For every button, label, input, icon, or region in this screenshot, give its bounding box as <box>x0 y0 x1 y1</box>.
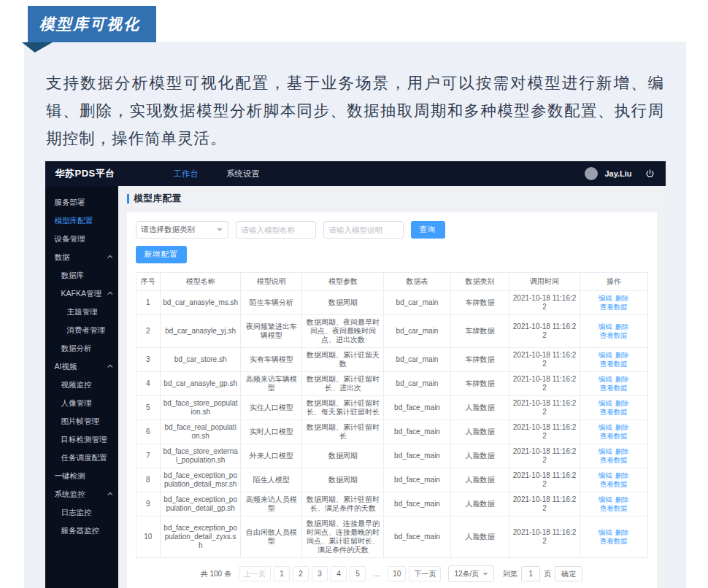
sidebar-item-14[interactable]: 任务调度配置 <box>45 449 118 467</box>
title-accent-bar <box>127 194 129 204</box>
delete-link[interactable]: 删除 <box>615 351 629 359</box>
page-button-10[interactable]: 10 <box>388 566 406 581</box>
cell-model-name: bd_face_exception_population_detail_msr.… <box>161 468 241 492</box>
nav-item-0[interactable]: 工作台 <box>174 169 199 179</box>
chevron-up-icon <box>107 255 112 260</box>
edit-link[interactable]: 编辑 <box>599 399 612 407</box>
cell-model-name: bd_car_anasyle_ms.sh <box>161 291 241 315</box>
delete-link[interactable]: 删除 <box>615 375 629 383</box>
sidebar-item-13[interactable]: 目标检测管理 <box>45 430 118 449</box>
delete-link[interactable]: 删除 <box>615 471 629 479</box>
goto-confirm-button[interactable]: 确定 <box>555 566 582 581</box>
sidebar-item-2[interactable]: 设备管理 <box>45 230 118 248</box>
column-header: 数据表 <box>384 273 450 291</box>
view-data-link[interactable]: 查看数据 <box>600 331 628 339</box>
avatar[interactable] <box>585 167 598 180</box>
page-size-select[interactable]: 12条/页 <box>448 565 494 582</box>
view-data-link[interactable]: 查看数据 <box>600 537 628 545</box>
edit-link[interactable]: 编辑 <box>599 351 612 359</box>
sidebar-item-7[interactable]: 消费者管理 <box>45 321 118 339</box>
filter-row: 请选择数据类别 查询 <box>136 221 648 239</box>
edit-link[interactable]: 编辑 <box>599 447 612 455</box>
edit-link[interactable]: 编辑 <box>599 322 612 330</box>
model-name-input[interactable] <box>236 221 316 239</box>
edit-link[interactable]: 编辑 <box>599 471 612 479</box>
delete-link[interactable]: 删除 <box>615 294 629 302</box>
cell-model-desc: 陌生人模型 <box>241 468 302 492</box>
sidebar-item-15[interactable]: 一键检测 <box>45 467 118 485</box>
edit-link[interactable]: 编辑 <box>599 528 612 536</box>
sidebar-item-5[interactable]: KAFKA管理 <box>45 285 118 303</box>
goto-page-input[interactable] <box>521 566 540 581</box>
view-data-link[interactable]: 查看数据 <box>600 456 628 464</box>
sidebar-item-11[interactable]: 人像管理 <box>45 394 118 412</box>
cell-seq: 5 <box>136 396 161 420</box>
delete-link[interactable]: 删除 <box>615 322 629 330</box>
app-header: 华苏PDS平台 工作台系统设置 Jay.Liu <box>45 161 666 186</box>
view-data-link[interactable]: 查看数据 <box>600 480 628 488</box>
delete-link[interactable]: 删除 <box>615 423 629 431</box>
power-icon[interactable] <box>644 169 655 179</box>
sidebar-item-16[interactable]: 系统监控 <box>45 485 118 503</box>
page-button-2[interactable]: 2 <box>293 566 309 581</box>
next-page-button[interactable]: 下一页 <box>409 566 441 581</box>
edit-link[interactable]: 编辑 <box>599 294 612 302</box>
edit-link[interactable]: 编辑 <box>599 423 612 431</box>
delete-link[interactable]: 删除 <box>615 447 629 455</box>
cell-seq: 6 <box>136 420 161 444</box>
sidebar-item-6[interactable]: 主题管理 <box>45 303 118 321</box>
nav-item-1[interactable]: 系统设置 <box>226 169 260 179</box>
delete-link[interactable]: 删除 <box>615 528 629 536</box>
page-title-text: 模型库配置 <box>134 193 182 205</box>
cell-model-desc: 陌生车辆分析 <box>241 291 302 315</box>
sidebar-item-9[interactable]: AI视频 <box>45 357 118 376</box>
sidebar-item-12[interactable]: 图片帧管理 <box>45 412 118 430</box>
delete-link[interactable]: 删除 <box>615 399 629 407</box>
sidebar-item-18[interactable]: 服务器监控 <box>45 522 118 540</box>
cell-operations: 编辑删除查看数据 <box>580 315 647 348</box>
sidebar-item-label: 消费者管理 <box>67 321 106 339</box>
view-data-link[interactable]: 查看数据 <box>600 303 628 311</box>
view-data-link[interactable]: 查看数据 <box>600 408 628 416</box>
cell-data-category: 车牌数据 <box>450 372 509 396</box>
prev-page-button[interactable]: 上一页 <box>239 566 271 581</box>
chevron-up-icon <box>107 492 112 498</box>
cell-operations: 编辑删除查看数据 <box>580 420 647 444</box>
view-data-link[interactable]: 查看数据 <box>600 504 628 512</box>
sidebar-item-3[interactable]: 数据 <box>45 248 118 266</box>
data-category-select[interactable]: 请选择数据类别 <box>136 221 228 239</box>
cell-data-category: 人脸数据 <box>450 420 509 444</box>
table-row: 5bd_face_store_population.sh实住人口模型数据周期、累… <box>136 396 647 420</box>
cell-call-time: 2021-10-18 11:16:22 <box>509 348 580 372</box>
app-screenshot: 华苏PDS平台 工作台系统设置 Jay.Liu 服务部署模型库配置设备管理数据数… <box>45 161 666 588</box>
view-data-link[interactable]: 查看数据 <box>600 432 628 440</box>
view-data-link[interactable]: 查看数据 <box>600 360 628 368</box>
page-button-1[interactable]: 1 <box>274 566 290 581</box>
sidebar-item-label: 设备管理 <box>55 230 85 248</box>
edit-link[interactable]: 编辑 <box>599 375 612 383</box>
feature-description: 支持数据分析模型可视化配置，基于业务场景，用户可以按需对模型进行新增、编辑、删除… <box>45 69 666 152</box>
sidebar-item-8[interactable]: 数据分析 <box>45 339 118 357</box>
cell-operations: 编辑删除查看数据 <box>580 396 647 420</box>
add-config-button[interactable]: 新增配置 <box>136 246 187 263</box>
chevron-down-icon <box>217 228 223 231</box>
sidebar-item-1[interactable]: 模型库配置 <box>45 212 118 230</box>
sidebar-item-4[interactable]: 数据库 <box>45 266 118 285</box>
sidebar-item-label: 图片帧管理 <box>61 412 100 430</box>
sidebar-item-10[interactable]: 视频监控 <box>45 376 118 394</box>
sidebar-item-17[interactable]: 日志监控 <box>45 503 118 522</box>
sidebar-item-label: 视频监控 <box>61 376 92 394</box>
page-button-4[interactable]: 4 <box>331 566 347 581</box>
cell-seq: 9 <box>136 492 161 517</box>
sidebar-item-0[interactable]: 服务部署 <box>45 193 118 212</box>
cell-data-category: 车牌数据 <box>450 315 509 348</box>
page-size-value: 12条/页 <box>454 569 479 579</box>
search-button[interactable]: 查询 <box>411 221 445 239</box>
delete-link[interactable]: 删除 <box>615 495 629 503</box>
page-button-3[interactable]: 3 <box>312 566 328 581</box>
page-button-5[interactable]: 5 <box>350 566 366 581</box>
view-data-link[interactable]: 查看数据 <box>600 384 628 392</box>
model-desc-input[interactable] <box>323 221 404 239</box>
edit-link[interactable]: 编辑 <box>599 495 612 503</box>
sidebar-item-label: 任务调度配置 <box>61 449 107 467</box>
